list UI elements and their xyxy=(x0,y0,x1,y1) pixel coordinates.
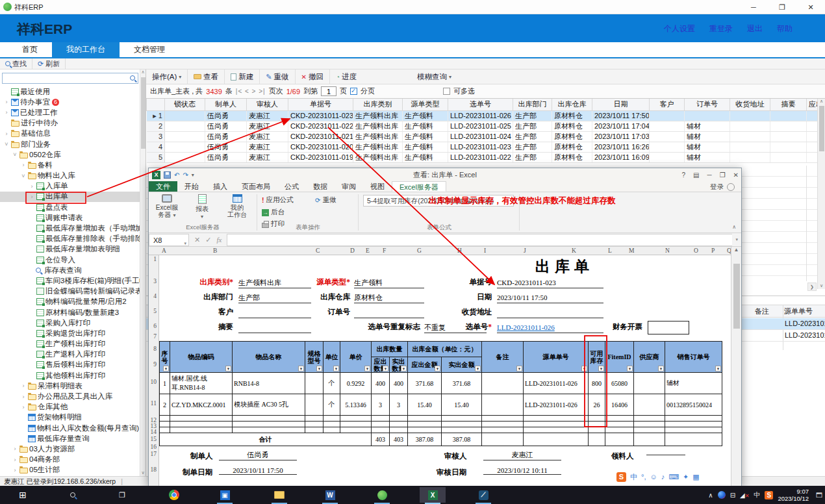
chevron-right-icon[interactable]: › xyxy=(3,99,10,105)
sogou-icon[interactable]: S xyxy=(616,472,626,482)
tree-item[interactable]: 盘点表 xyxy=(0,202,140,212)
column-headers[interactable]: ABCDEFGHIJKLMNOPQR xyxy=(149,247,732,255)
column-letter[interactable]: B xyxy=(213,247,217,255)
enter-icon[interactable]: ✓ xyxy=(205,236,211,244)
excel-vscrollbar[interactable]: ▲ xyxy=(731,247,741,486)
apply-formula-button[interactable]: !应用公式 xyxy=(262,195,294,205)
fuzzy-query-button[interactable]: 模糊查询▾ xyxy=(411,69,457,84)
multiselect-checkbox[interactable] xyxy=(443,88,450,95)
tree-item[interactable]: 生产退料入库打印 xyxy=(0,349,140,360)
find-button[interactable]: 查找 xyxy=(0,58,32,69)
ribbon-tab-file[interactable]: 文件 xyxy=(149,181,177,192)
detail-row[interactable]: 2 CZ.YD.MKCZ.0001 模块插座 AC30 5孔 个 5.13346… xyxy=(160,394,722,416)
tree-item[interactable]: 车间3楼库存柜(箱)明细(手工帐) xyxy=(0,275,140,286)
grid-vscrollbar[interactable]: ∧∨ xyxy=(817,99,825,289)
grid-hscroll-right-button[interactable]: ❯ xyxy=(807,283,817,291)
chevron-right-icon[interactable]: › xyxy=(19,383,27,389)
tree-item[interactable]: 最近使用 xyxy=(0,86,140,97)
sidebar-search-icon[interactable] xyxy=(130,75,135,81)
formula-input[interactable] xyxy=(227,234,732,246)
paging-checkbox[interactable] xyxy=(350,88,357,95)
tree-item[interactable]: 进行中待办 xyxy=(0,118,140,129)
tree-item[interactable]: ›呆滞料明细表 xyxy=(0,381,140,391)
save-icon[interactable] xyxy=(164,171,171,179)
tree-item[interactable]: 仓位导入 xyxy=(0,255,140,265)
order-no-value[interactable] xyxy=(354,307,424,318)
excel-close-button[interactable]: ✕ xyxy=(733,171,739,179)
grid-column-header[interactable]: 日期 xyxy=(592,99,650,110)
tree-item[interactable]: 货架物料明细 xyxy=(0,412,140,423)
column-letter[interactable]: M xyxy=(629,247,634,255)
ribbon-tab-data[interactable]: 数据 xyxy=(306,181,335,192)
tree-item[interactable]: ˅部门业务 xyxy=(0,139,140,149)
volume-muted-icon[interactable]: ◢✕ xyxy=(740,492,749,499)
tree-item[interactable]: ›03人力资源部 xyxy=(0,444,140,454)
row-number[interactable]: 9 xyxy=(153,361,157,368)
column-letter[interactable]: F xyxy=(383,247,386,255)
tree-item[interactable]: 其他领料出库打印 xyxy=(0,370,140,381)
excel-restore-button[interactable]: ❐ xyxy=(720,171,726,179)
tree-item[interactable]: 售后领料出库打印 xyxy=(0,360,140,370)
column-letter[interactable]: A xyxy=(162,247,166,255)
taskbar-search-button[interactable] xyxy=(60,487,86,503)
tree-item[interactable]: 最低库存量增加表明细 xyxy=(0,244,140,255)
chevron-down-icon[interactable]: ˅ xyxy=(11,151,19,158)
tree-item[interactable]: 最低库存量排除表（手动排除） xyxy=(0,234,140,244)
row-number[interactable]: 16 xyxy=(151,444,157,450)
chevron-right-icon[interactable]: › xyxy=(3,109,10,116)
tree-item[interactable]: ˅物料出入库 xyxy=(0,171,140,181)
ribbon-tab-view[interactable]: 视图 xyxy=(363,181,392,192)
chevron-down-icon[interactable]: ˅ xyxy=(3,141,10,147)
excel-minimize-button[interactable]: ─ xyxy=(707,171,712,179)
grid-column-header[interactable]: 单据号 xyxy=(288,99,353,110)
chevron-right-icon[interactable]: › xyxy=(11,457,19,463)
tree-item[interactable]: 采购退货出库打印 xyxy=(0,328,140,338)
column-letter[interactable]: P xyxy=(711,247,715,255)
ship-addr-value[interactable] xyxy=(497,307,603,318)
column-letter[interactable]: O xyxy=(694,247,698,255)
source-type-value[interactable]: 生产领料 xyxy=(354,277,424,288)
ribbon-tab-excel-server[interactable]: Excel服务器 xyxy=(392,181,446,192)
tree-item[interactable]: ›入库单 xyxy=(0,181,140,192)
tab-workbench[interactable]: 我的工作台 xyxy=(52,42,120,57)
row-number[interactable]: 15 xyxy=(151,436,157,442)
grid-row[interactable]: ▸ 1 伍尚勇麦惠江CKD-20231011-023生产领料出库生产领料LLD-… xyxy=(147,110,825,121)
action-center-icon[interactable]: 🗔 xyxy=(816,492,822,499)
view-button[interactable]: 查看 xyxy=(188,69,225,84)
help-link[interactable]: 帮助 xyxy=(777,23,793,34)
column-letter[interactable]: G xyxy=(417,247,422,255)
chevron-right-icon[interactable]: › xyxy=(19,404,27,410)
grid-column-header[interactable]: 收货地址 xyxy=(730,99,770,110)
tree-item[interactable]: ›仓库其他 xyxy=(0,402,140,412)
sidebar-scrollbar[interactable]: ∧∨ xyxy=(140,69,146,476)
column-letter[interactable]: N xyxy=(665,247,670,255)
column-letter[interactable]: H xyxy=(457,247,462,255)
refresh-button[interactable]: ⟳刷新 xyxy=(32,58,66,69)
tree-item[interactable]: 物料编码批量禁用/启用2 xyxy=(0,297,140,307)
row-number[interactable]: 1 xyxy=(153,256,157,262)
customer-value[interactable] xyxy=(238,307,311,318)
tree-item[interactable]: ›办公用品及工具出入库 xyxy=(0,391,140,401)
ime-mode[interactable]: 中 xyxy=(630,472,637,482)
relogin-link[interactable]: 重登录 xyxy=(709,23,733,34)
logout-link[interactable]: 退出 xyxy=(747,23,763,34)
notes-app-icon[interactable]: ⟋ xyxy=(470,487,496,503)
row-number[interactable]: 14 xyxy=(151,429,157,435)
ribbon-redo-button[interactable]: ⟳重做 xyxy=(315,195,336,205)
word-icon[interactable]: W xyxy=(317,487,343,503)
column-letter[interactable]: K xyxy=(572,247,576,255)
tree-item[interactable]: ˅0502仓库 xyxy=(0,149,140,160)
chevron-right-icon[interactable]: › xyxy=(28,194,36,200)
taskbar-clock[interactable]: 9:07 2023/10/12 xyxy=(778,488,809,502)
doc-no-value[interactable]: CKD-20231011-023 xyxy=(497,277,603,288)
form-formula-item[interactable]: 5-4提取可用库存(20230504增加编码转换) xyxy=(363,195,514,207)
chevron-right-icon[interactable]: › xyxy=(28,183,36,190)
tray-expand-icon[interactable]: ∧ xyxy=(708,492,713,499)
redo-button[interactable]: ✎重做 xyxy=(260,69,295,84)
detail-row[interactable]: 1 辅材.国优.线耳.RNB14-8 RNB14-8 个 0.9292 400 … xyxy=(160,373,722,394)
column-letter[interactable]: E xyxy=(366,247,370,255)
tray-sogou-icon[interactable]: S xyxy=(765,491,773,499)
invoice-box[interactable] xyxy=(648,321,689,334)
formula-expand-icon[interactable]: ▾ xyxy=(732,237,741,242)
column-letter[interactable]: L xyxy=(608,247,612,255)
